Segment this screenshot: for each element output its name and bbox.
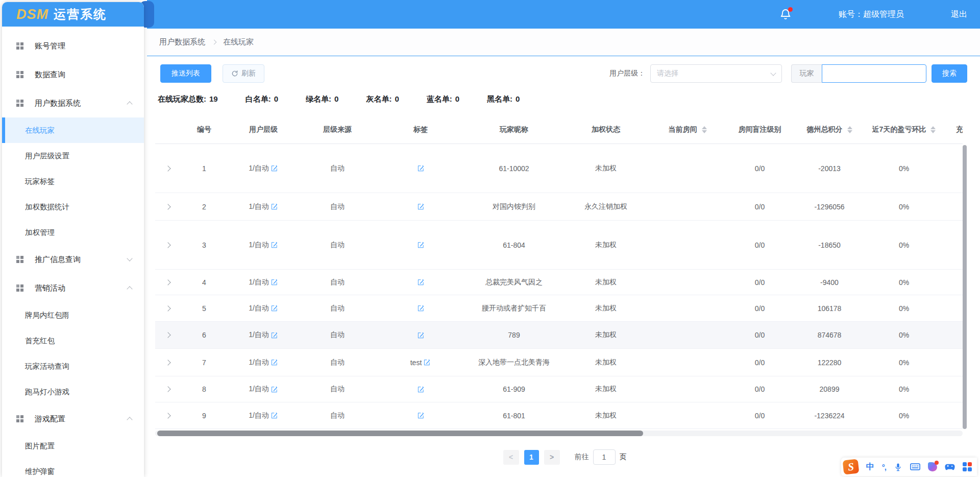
edit-icon[interactable] [271, 331, 278, 339]
edit-icon[interactable] [417, 412, 425, 419]
sidebar-item-3[interactable]: 在线玩家 [2, 117, 144, 143]
notification-bell-icon[interactable] [779, 8, 792, 20]
cell-level-source: 自动 [299, 349, 376, 376]
refresh-button[interactable]: 刷新 [223, 64, 264, 83]
table-row-3: 31/自动自动61-804未加权0/0-186500% [155, 221, 963, 270]
cell-7day-ratio: 0% [865, 376, 943, 402]
filters: 用户层级： 请选择 玩家 搜索 [609, 64, 967, 83]
sidebar-item-2[interactable]: 用户数据系统 [2, 89, 144, 117]
microphone-icon[interactable] [894, 463, 902, 471]
expand-row-icon[interactable] [165, 360, 170, 365]
horizontal-scrollbar-thumb[interactable] [157, 431, 643, 436]
column-header-9[interactable]: 德州总积分 [794, 115, 865, 144]
cell-weight-status: 未加权 [562, 376, 649, 402]
column-header-11: 充值 [943, 115, 963, 144]
edit-icon[interactable] [271, 359, 278, 366]
cell-user-level: 1/自动 [228, 221, 299, 269]
chevron-down-icon [770, 70, 776, 76]
column-header-0 [155, 115, 181, 144]
skin-icon[interactable] [928, 462, 937, 471]
sidebar-item-7[interactable]: 加权管理 [2, 220, 144, 245]
cell-total-score: -1236224 [794, 402, 865, 428]
chinese-mode-icon[interactable]: 中 [866, 462, 874, 472]
punctuation-icon[interactable]: °, [882, 463, 886, 471]
edit-icon[interactable] [271, 304, 278, 312]
vertical-scrollbar-thumb[interactable] [963, 145, 967, 429]
toolbox-icon[interactable] [963, 462, 972, 471]
edit-icon[interactable] [271, 386, 278, 393]
cell-recharge [943, 144, 963, 193]
edit-icon[interactable] [417, 203, 425, 210]
expand-row-icon[interactable] [165, 279, 170, 285]
edit-icon[interactable] [271, 412, 278, 419]
cell-recharge [943, 270, 963, 295]
logout-link[interactable]: 退出 [951, 9, 967, 20]
sort-carets-icon[interactable] [930, 126, 936, 133]
breadcrumb-parent[interactable]: 用户数据系统 [159, 37, 205, 47]
prev-page-button[interactable]: < [503, 450, 519, 465]
keyboard-icon[interactable] [910, 463, 920, 471]
cell-id: 4 [181, 270, 228, 295]
search-button[interactable]: 搜索 [932, 64, 967, 83]
cell-7day-ratio: 0% [865, 402, 943, 428]
stat-item-0: 在线玩家总数:19 [158, 94, 218, 104]
next-page-button[interactable]: > [544, 450, 560, 465]
gamepad-icon[interactable] [945, 463, 955, 471]
cell-recharge [943, 193, 963, 220]
cell-level-source: 自动 [299, 270, 376, 295]
sidebar-item-label: 账号管理 [35, 41, 65, 51]
edit-icon[interactable] [271, 203, 278, 210]
cell-tag [376, 322, 465, 348]
expand-row-icon[interactable] [165, 242, 170, 248]
sidebar-item-11[interactable]: 首充红包 [2, 328, 144, 353]
column-header-10[interactable]: 近7天的盈亏环比 [865, 115, 943, 144]
expand-row-icon[interactable] [165, 305, 170, 311]
edit-icon[interactable] [423, 359, 431, 366]
sidebar-item-10[interactable]: 牌局内红包雨 [2, 302, 144, 328]
sort-carets-icon[interactable] [702, 126, 707, 133]
cell-tag [376, 376, 465, 402]
sort-carets-icon[interactable] [847, 126, 852, 133]
edit-icon[interactable] [417, 304, 425, 312]
sidebar-item-14[interactable]: 游戏配置 [2, 404, 144, 433]
sidebar-item-16[interactable]: 维护弹窗 [2, 459, 144, 477]
sidebar-item-9[interactable]: 营销活动 [2, 274, 144, 302]
expand-row-icon[interactable] [165, 204, 170, 209]
notification-badge [788, 7, 793, 12]
column-header-7[interactable]: 当前房间 [649, 115, 726, 144]
sidebar-item-13[interactable]: 跑马灯小游戏 [2, 379, 144, 404]
sidebar-item-12[interactable]: 玩家活动查询 [2, 353, 144, 379]
edit-icon[interactable] [417, 278, 425, 286]
sidebar-item-15[interactable]: 图片配置 [2, 433, 144, 459]
expand-row-icon[interactable] [165, 165, 170, 171]
cell-recharge [943, 349, 963, 376]
edit-icon[interactable] [271, 278, 278, 286]
expand-row-icon[interactable] [165, 413, 170, 418]
expand-row-icon[interactable] [165, 332, 170, 338]
sidebar-item-1[interactable]: 数据查询 [2, 60, 144, 89]
player-search-input[interactable] [822, 64, 926, 83]
push-list-button[interactable]: 推送列表 [160, 64, 211, 83]
sidebar-item-6[interactable]: 加权数据统计 [2, 194, 144, 220]
table-header-row: 编号用户层级层级来源标签玩家昵称加权状态当前房间房间盲注级别德州总积分近7天的盈… [155, 115, 963, 144]
edit-icon[interactable] [417, 241, 425, 249]
sidebar-item-label: 图片配置 [25, 441, 55, 451]
sidebar-item-5[interactable]: 玩家标签 [2, 169, 144, 194]
edit-icon[interactable] [271, 164, 278, 172]
goto-page-input[interactable] [593, 449, 616, 465]
user-level-select[interactable]: 请选择 [650, 64, 782, 83]
edit-icon[interactable] [417, 331, 425, 339]
edit-icon[interactable] [271, 241, 278, 249]
cell-recharge [943, 295, 963, 321]
page-number-1[interactable]: 1 [524, 450, 539, 465]
cell-blind-level: 0/0 [726, 144, 794, 193]
cell-7day-ratio: 0% [865, 193, 943, 220]
sidebar-item-4[interactable]: 用户层级设置 [2, 143, 144, 169]
edit-icon[interactable] [417, 386, 425, 393]
sidebar-item-label: 维护弹窗 [25, 467, 55, 476]
sidebar-item-8[interactable]: 推广信息查询 [2, 245, 144, 274]
edit-icon[interactable] [417, 164, 425, 172]
expand-row-icon[interactable] [165, 386, 170, 392]
sogou-logo[interactable]: S [842, 459, 859, 475]
sidebar-item-0[interactable]: 账号管理 [2, 32, 144, 60]
